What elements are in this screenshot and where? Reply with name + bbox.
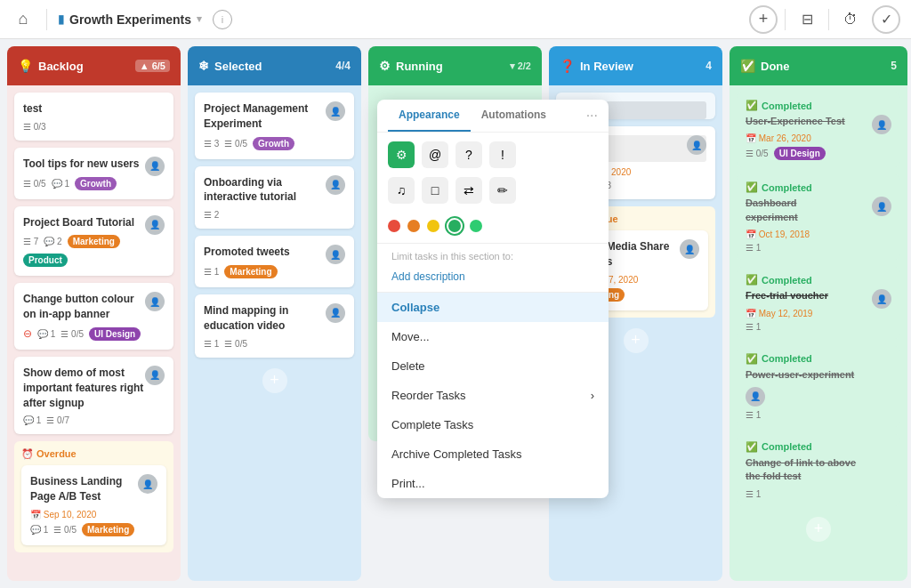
add-button[interactable]: +	[749, 5, 778, 34]
done-title: Done	[761, 60, 885, 73]
backlog-header: 💡 Backlog ▲ 6/5	[7, 46, 181, 85]
done-add-button[interactable]: +	[806, 517, 831, 542]
card-meta: ☰ 0/3	[23, 122, 165, 132]
done-card-changelink[interactable]: ✅ Completed Change of link to above the …	[737, 434, 900, 506]
done-card-dashboard[interactable]: ✅ Completed Dashboard experiment 📅 Oct 1…	[737, 174, 900, 260]
menu-item-delete[interactable]: Delete	[377, 351, 609, 381]
meta1: ☰ 3	[204, 139, 219, 149]
project-title[interactable]: ▮ Backlog Growth Experiments ▾	[58, 12, 202, 27]
avatar: 👤	[145, 157, 165, 176]
menu-item-label: Collapse	[391, 301, 439, 314]
inreview-count: 4	[705, 60, 712, 72]
avatar: 👤	[326, 175, 345, 195]
color-lightgreen[interactable]	[470, 220, 482, 232]
icon-exclamation[interactable]: !	[489, 141, 516, 168]
marketing-tag: Marketing	[68, 235, 120, 248]
backlog-card-test[interactable]: test ☰ 0/3	[14, 93, 173, 141]
done-card-freetrial[interactable]: ✅ Completed Free-trial voucher 📅 May 12,…	[737, 267, 900, 338]
icon-settings[interactable]: ⚙	[388, 141, 415, 168]
topbar-divider2	[785, 9, 786, 30]
icon-music[interactable]: ♫	[388, 177, 415, 204]
card-meta: ☰ 1 Marketing	[204, 265, 345, 278]
selected-icon: ❄	[198, 59, 209, 73]
selected-title: Selected	[214, 60, 330, 73]
card-meta: ⊖ 💬 1 ☰ 0/5 UI Design	[23, 327, 165, 341]
done-card-uxtest[interactable]: ✅ Completed User-Experience Test 📅 Mar 2…	[737, 93, 900, 167]
avatar: 👤	[680, 239, 699, 259]
selected-card-mindmapping[interactable]: Mind mapping in education video 👤 ☰ 1 ☰ …	[195, 294, 354, 358]
popup-more-dots[interactable]: ···	[586, 108, 598, 124]
menu-item-move[interactable]: Move...	[377, 322, 609, 351]
avatar: 👤	[746, 387, 765, 407]
check-circle-icon: ✅	[746, 100, 758, 111]
card-meta: ☰ 3 ☰ 0/5 Growth	[204, 137, 345, 150]
topbar: ⌂ ▮ Backlog Growth Experiments ▾ i + ⊟ ⏱…	[0, 0, 911, 39]
tab-automations[interactable]: Automations	[471, 100, 557, 132]
card-title: test	[23, 101, 165, 117]
menu-item-print[interactable]: Print...	[377, 469, 609, 498]
card-meta: ☰ 1	[746, 322, 867, 332]
backlog-card-businesslanding[interactable]: Business Landing Page A/B Test 👤 📅 Sep 1…	[21, 465, 166, 545]
card-title: User-Experience Test	[746, 115, 867, 128]
running-title: Running	[396, 60, 504, 73]
column-backlog: 💡 Backlog ▲ 6/5 test ☰ 0/3 Tool tips for…	[7, 46, 181, 581]
completed-label: Completed	[762, 182, 812, 193]
completed-badge: ✅ Completed	[746, 181, 891, 193]
running-popup: Appearance Automations ··· ⚙ @ ? ! ♫ □ ⇄…	[377, 100, 609, 498]
card-date: 📅 May 12, 2019	[746, 309, 867, 318]
selected-card-onboarding[interactable]: Onboarding via interactive tutorial 👤 ☰ …	[195, 166, 354, 230]
avatar: 👤	[687, 135, 706, 155]
product-tag: Product	[23, 254, 68, 267]
backlog-title: Backlog	[38, 60, 130, 73]
card-meta: ☰ 0/5 💬 1 Growth	[23, 177, 165, 190]
check-circle-icon: ✅	[746, 353, 758, 365]
meta1: ☰ 1	[746, 243, 761, 253]
selected-card-promotedtweets[interactable]: Promoted tweets 👤 ☰ 1 Marketing	[195, 236, 354, 287]
menu-item-label: Delete	[391, 359, 425, 373]
menu-item-reorder[interactable]: Reorder Tasks ›	[377, 381, 609, 410]
completed-badge: ✅ Completed	[746, 274, 891, 286]
completed-badge: ✅ Completed	[746, 100, 891, 111]
card-date: 📅 Oct 19, 2018	[746, 230, 867, 239]
check-button[interactable]: ✓	[872, 5, 900, 34]
tab-appearance[interactable]: Appearance	[388, 100, 471, 132]
running-count: ▾ 2/2	[510, 60, 531, 72]
marketing-tag: Marketing	[82, 523, 134, 536]
filter-button[interactable]: ⊟	[793, 5, 821, 34]
inreview-add-button[interactable]: +	[624, 328, 649, 353]
backlog-card-projectboard[interactable]: Project Board Tutorial 👤 ☰ 7 💬 2 Marketi…	[14, 206, 173, 277]
backlog-card-tooltips[interactable]: Tool tips for new users 👤 ☰ 0/5 💬 1 Grow…	[14, 148, 173, 199]
color-red[interactable]	[388, 220, 400, 232]
backlog-icon: 💡	[18, 59, 33, 73]
task-count: ☰ 0/3	[23, 122, 46, 132]
backlog-card-showdemo[interactable]: Show demo of most important features rig…	[14, 357, 173, 434]
selected-add-button[interactable]: +	[262, 368, 287, 393]
inreview-icon: ❓	[560, 59, 575, 73]
color-yellow[interactable]	[427, 220, 439, 232]
icon-screen[interactable]: □	[422, 177, 448, 204]
icon-edit[interactable]: ✏	[489, 177, 516, 204]
uidesign-tag: UI Design	[89, 327, 141, 341]
selected-card-projectmgmt[interactable]: Project Management Experiment 👤 ☰ 3 ☰ 0/…	[195, 93, 354, 159]
timer-button[interactable]: ⏱	[836, 5, 865, 34]
popup-color-row	[377, 213, 609, 243]
card-title: Change button colour on in-app banner	[23, 292, 165, 322]
meta1: 💬 1	[23, 415, 41, 425]
menu-item-label: Archive Completed Tasks	[391, 447, 521, 461]
icon-share[interactable]: ⇄	[456, 177, 482, 204]
menu-item-collapse[interactable]: Collapse	[377, 293, 609, 322]
icon-question[interactable]: ?	[456, 141, 482, 168]
card-title: Change of link to above the fold test	[746, 456, 891, 484]
backlog-card-changebutton[interactable]: Change button colour on in-app banner 👤 …	[14, 283, 173, 350]
meta1: 💬 1	[37, 329, 55, 339]
color-green-active[interactable]	[447, 218, 463, 234]
done-card-poweruser[interactable]: ✅ Completed Power-user-experiment 👤 ☰ 1	[737, 346, 900, 427]
color-orange[interactable]	[407, 220, 420, 232]
menu-item-archive[interactable]: Archive Completed Tasks	[377, 439, 609, 469]
meta1: ☰ 0/5	[746, 149, 769, 158]
home-button[interactable]: ⌂	[11, 7, 36, 32]
popup-add-description[interactable]: Add description	[377, 265, 609, 292]
info-button[interactable]: i	[213, 10, 232, 29]
menu-item-complete-tasks[interactable]: Complete Tasks	[377, 410, 609, 439]
icon-at[interactable]: @	[422, 141, 448, 168]
